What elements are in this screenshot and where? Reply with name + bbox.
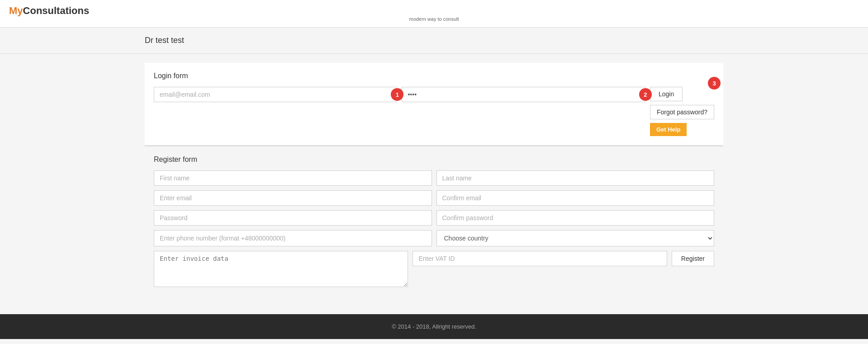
password-input[interactable]	[402, 87, 645, 102]
logo-tagline: modern way to consult	[9, 16, 859, 22]
forgot-password-button[interactable]: Forgot password?	[650, 105, 714, 119]
logo-consultations: Consultations	[23, 5, 90, 16]
login-form-row: 1 2 3 Login Forgot password? Get Help	[154, 87, 714, 136]
phone-input[interactable]	[154, 230, 432, 246]
first-name-input[interactable]	[154, 170, 432, 186]
register-row-1	[154, 170, 714, 186]
register-button[interactable]: Register	[672, 251, 714, 266]
password-register-input[interactable]	[154, 210, 432, 226]
confirm-password-input[interactable]	[436, 210, 715, 226]
email-register-input[interactable]	[154, 190, 432, 206]
last-name-input[interactable]	[436, 170, 715, 186]
login-actions: 3 Login Forgot password? Get Help	[650, 87, 714, 136]
main-content: Login form 1 2 3 Login Forgot password? …	[0, 54, 868, 314]
header: MyConsultations modern way to consult	[0, 0, 868, 28]
register-section: Register form Choose country Poland Germ…	[145, 146, 723, 296]
login-section: Login form 1 2 3 Login Forgot password? …	[145, 63, 723, 146]
register-row-4: Choose country Poland Germany France Uni…	[154, 230, 714, 246]
confirm-email-input[interactable]	[436, 190, 715, 206]
footer: © 2014 - 2018, Allright reserved.	[0, 314, 868, 339]
footer-text: © 2014 - 2018, Allright reserved.	[392, 323, 476, 330]
logo: MyConsultations modern way to consult	[9, 5, 859, 22]
register-row-5: Register	[154, 251, 714, 287]
login-button[interactable]: Login	[650, 87, 683, 101]
get-help-button[interactable]: Get Help	[650, 123, 687, 136]
register-row-2	[154, 190, 714, 206]
page-title: Dr test test	[145, 36, 723, 45]
badge-2: 2	[639, 88, 652, 101]
login-form-title: Login form	[154, 72, 714, 80]
badge-1: 1	[391, 88, 403, 101]
country-select[interactable]: Choose country Poland Germany France Uni…	[436, 230, 715, 246]
page-title-bar: Dr test test	[0, 28, 868, 54]
invoice-textarea[interactable]	[154, 251, 408, 287]
email-field-wrap: 1	[154, 87, 397, 102]
vat-input[interactable]	[413, 251, 667, 266]
badge-3: 3	[708, 77, 721, 90]
password-field-wrap: 2	[402, 87, 645, 102]
register-row-3	[154, 210, 714, 226]
register-form-title: Register form	[154, 156, 714, 164]
logo-my: My	[9, 5, 23, 16]
email-input[interactable]	[154, 87, 397, 102]
